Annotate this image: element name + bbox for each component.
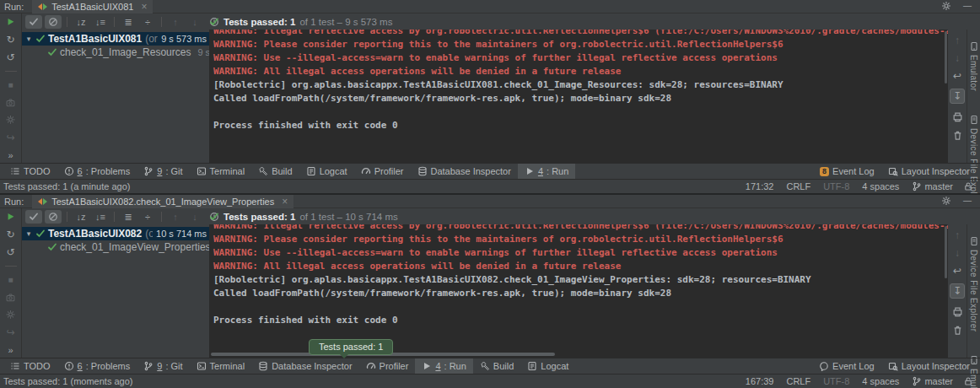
layout-inspector-button[interactable]: Layout Inspector [881,164,977,179]
status-bar: Tests passed: 1 (a minute ago) 171:32CRL… [0,179,980,193]
soft-wrap-icon[interactable]: ↩ [953,266,961,276]
sort-by-duration-button[interactable]: ↓≡ [92,15,109,29]
status-segment[interactable]: 4 spaces [862,376,899,386]
run-console[interactable]: WARNING: Illegal reflective access by or… [209,224,948,358]
toolwindow-button[interactable]: TODO [3,358,57,374]
previous-occurrence-button[interactable]: ↑ [167,210,184,224]
toolwindow-button[interactable]: Logcat [299,164,354,179]
hide-icon[interactable]: — [963,1,972,11]
layout-inspector-button[interactable]: Layout Inspector [881,358,977,374]
print-icon[interactable] [952,306,963,317]
status-segment[interactable]: UTF-8 [823,181,849,191]
clear-all-icon[interactable] [952,130,963,141]
show-ignored-button[interactable] [45,210,62,224]
stop-icon[interactable]: ■ [8,275,13,285]
terminal-icon [197,166,207,176]
auto-rerun-icon[interactable]: ↺ [6,52,14,62]
import-test-results-icon[interactable]: ↪ [6,327,14,337]
toolwindow-button[interactable]: 6: Problems [57,358,137,374]
close-icon[interactable]: × [141,3,147,11]
toolwindow-button[interactable]: 9: Git [137,164,189,179]
toolwindow-button[interactable]: Terminal [190,164,252,179]
screenshot-icon[interactable] [5,98,16,108]
sort-by-duration-button[interactable]: ↓≡ [92,210,109,224]
hide-icon[interactable]: — [963,196,972,206]
tool-stripe-button[interactable]: Emulator [969,41,979,91]
status-segment[interactable]: CRLF [786,181,810,191]
status-segment[interactable]: CRLF [786,376,810,386]
screenshot-icon[interactable] [5,293,16,303]
down-icon[interactable]: ↓ [955,53,960,63]
event-log-icon [819,361,829,371]
toolwindow-button[interactable]: 4: Run [415,358,472,374]
sort-alphabetically-button[interactable]: ↓z [73,15,89,29]
down-icon[interactable]: ↓ [955,248,960,258]
settings-gear-icon[interactable] [941,196,951,206]
toolwindow-button[interactable]: 6: Problems [57,164,137,179]
toolwindow-button[interactable]: Database Inspector [411,164,518,179]
show-passed-button[interactable] [25,15,42,29]
next-occurrence-button[interactable]: ↓ [186,15,203,29]
lock-icon[interactable] [963,376,973,386]
scroll-to-end-icon[interactable]: ↧ [950,283,965,299]
up-icon[interactable]: ↑ [955,35,960,46]
rerun-button[interactable] [5,17,16,27]
stop-icon[interactable]: ■ [8,80,13,90]
toolwindow-button[interactable]: Profiler [359,358,416,374]
rerun-failed-tests-icon[interactable]: ↻ [6,229,14,240]
status-segment[interactable]: 4 spaces [862,181,899,191]
show-ignored-button[interactable] [45,15,62,29]
toolwindow-button[interactable]: Build [251,164,299,179]
toolwindow-button[interactable]: Build [473,358,520,374]
toolwindow-button[interactable]: 9: Git [137,358,189,374]
console-vertical-scrollbar[interactable] [945,226,947,278]
show-passed-button[interactable] [25,210,42,224]
status-segment[interactable]: 171:32 [746,181,774,191]
git-branch-indicator[interactable]: master [912,181,953,191]
toolwindow-button[interactable]: 4: Run [518,164,575,179]
collapse-all-button[interactable]: ÷ [139,15,156,29]
collapse-all-button[interactable]: ÷ [139,210,156,224]
git-branch-indicator[interactable]: master [912,376,953,386]
test-tree-row[interactable]: check_01_ImageView_Properties 10 s 714 m… [22,240,209,254]
status-segment[interactable]: UTF-8 [823,376,849,386]
toolwindow-button[interactable]: Profiler [354,164,411,179]
more-icon[interactable]: » [8,150,13,160]
sort-alphabetically-button[interactable]: ↓z [73,210,89,224]
print-icon[interactable] [952,111,963,122]
scroll-to-end-icon[interactable]: ↧ [950,89,965,104]
up-icon[interactable]: ↑ [955,230,960,240]
test-tree-row[interactable]: ▾ TestA1BasicUIX082 (org.aplas.basicappx… [22,227,209,240]
lock-icon[interactable] [963,181,973,191]
rerun-failed-tests-icon[interactable]: ↻ [6,35,14,45]
test-tree-row[interactable]: check_01_Image_Resources 9 s 573 ms [22,46,209,59]
chevron-down-icon[interactable]: ▾ [24,229,34,238]
next-occurrence-button[interactable]: ↓ [186,210,203,224]
event-log-button[interactable]: 8 Event Log [813,164,881,179]
soft-wrap-icon[interactable]: ↩ [953,71,961,81]
run-tab[interactable]: TestA1BasicUIX082.check_01_ImageView_Pro… [32,195,293,208]
console-vertical-scrollbar[interactable] [945,31,947,84]
import-test-results-icon[interactable]: ↪ [6,132,14,143]
chevron-down-icon[interactable]: ▾ [24,35,34,43]
close-icon[interactable]: × [282,197,288,206]
expand-all-button[interactable]: ≣ [120,210,137,224]
more-icon[interactable]: » [8,345,13,355]
toolwindow-button[interactable]: Terminal [190,358,252,374]
toolwindow-button[interactable]: Logcat [520,358,575,374]
status-segment[interactable]: 167:39 [746,376,774,386]
tool-stripe-button[interactable]: Device File Explorer [969,236,979,331]
rerun-button[interactable] [5,212,16,222]
toolwindow-button[interactable]: TODO [3,164,57,179]
settings-gear-icon[interactable] [941,1,951,11]
expand-all-button[interactable]: ≣ [120,15,137,29]
clear-all-icon[interactable] [952,325,963,336]
run-console[interactable]: WARNING: Illegal reflective access by or… [209,30,948,163]
auto-rerun-icon[interactable]: ↺ [6,247,14,257]
run-tab[interactable]: TestA1BasicUIX081 × [32,0,153,13]
test-settings-icon[interactable] [5,115,16,125]
previous-occurrence-button[interactable]: ↑ [167,15,184,29]
test-tree-row[interactable]: ▾ TestA1BasicUIX081 (org.aplas.basicappx… [22,32,209,46]
event-log-button[interactable]: Event Log [812,358,881,374]
test-settings-icon[interactable] [5,310,16,320]
